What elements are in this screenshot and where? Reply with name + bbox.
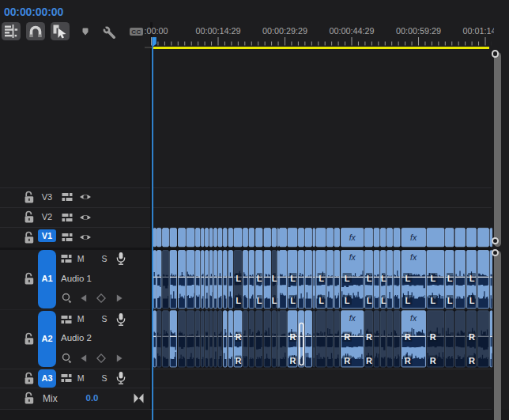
svg-text:L: L	[236, 296, 241, 305]
svg-text:fx: fx	[410, 313, 417, 323]
svg-text:L: L	[272, 296, 277, 305]
svg-text:R: R	[344, 356, 350, 365]
svg-text:L: L	[272, 274, 277, 283]
svg-text:L: L	[430, 274, 435, 283]
svg-text:fx: fx	[349, 313, 356, 323]
svg-text:L: L	[367, 274, 372, 283]
svg-text:R: R	[290, 332, 296, 342]
svg-text:R: R	[469, 356, 475, 365]
svg-text:L: L	[290, 296, 296, 305]
svg-text:R: R	[236, 332, 242, 342]
svg-text:R: R	[430, 332, 436, 342]
svg-text:L: L	[236, 274, 241, 283]
svg-text:L: L	[381, 296, 386, 305]
svg-text:CC: CC	[131, 28, 141, 36]
svg-text:L: L	[290, 274, 296, 283]
svg-text:L: L	[367, 296, 372, 305]
svg-text:fx: fx	[410, 233, 417, 242]
svg-text:fx: fx	[410, 252, 417, 262]
svg-text:R: R	[469, 332, 475, 342]
svg-text:R: R	[366, 356, 372, 365]
svg-text:R: R	[430, 356, 436, 365]
svg-text:L: L	[447, 296, 453, 305]
svg-text:R: R	[405, 332, 411, 342]
svg-text:L: L	[345, 296, 350, 305]
svg-text:fx: fx	[349, 233, 356, 242]
svg-text:L: L	[405, 274, 410, 283]
svg-text:L: L	[257, 296, 262, 305]
svg-text:fx: fx	[349, 252, 356, 262]
svg-text:L: L	[319, 296, 324, 305]
svg-text:L: L	[469, 296, 475, 305]
svg-text:L: L	[319, 274, 324, 283]
svg-text:L: L	[345, 274, 350, 283]
svg-text:L: L	[430, 296, 435, 305]
svg-text:L: L	[257, 274, 262, 283]
svg-text:R: R	[344, 332, 350, 342]
svg-text:L: L	[381, 274, 386, 283]
svg-text:L: L	[447, 274, 453, 283]
svg-text:R: R	[366, 332, 372, 342]
svg-text:R: R	[405, 356, 411, 365]
svg-text:L: L	[405, 296, 410, 305]
svg-text:R: R	[290, 356, 296, 365]
svg-text:R: R	[236, 356, 242, 365]
svg-text:L: L	[469, 274, 475, 283]
